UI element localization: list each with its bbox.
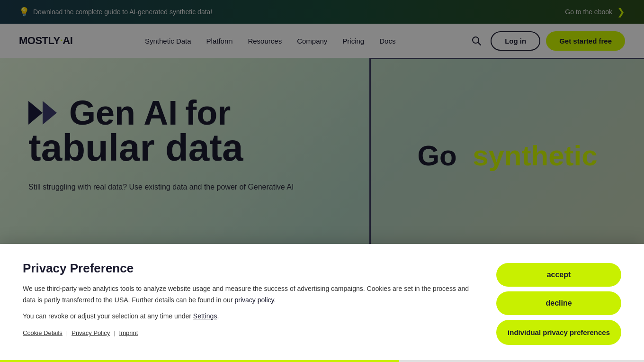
privacy-body-settings: You can revoke or adjust your selection … bbox=[23, 311, 474, 322]
privacy-body2: . bbox=[274, 296, 276, 304]
cookie-details-link[interactable]: Cookie Details bbox=[23, 329, 63, 336]
progress-fill bbox=[0, 360, 399, 362]
settings-link[interactable]: Settings bbox=[193, 312, 217, 320]
sep2: | bbox=[114, 329, 115, 336]
imprint-link[interactable]: Imprint bbox=[119, 329, 138, 336]
sep1: | bbox=[66, 329, 68, 336]
privacy-policy-link[interactable]: privacy policy bbox=[234, 296, 274, 304]
privacy-policy-footer-link[interactable]: Privacy Policy bbox=[72, 329, 110, 336]
accept-button[interactable]: accept bbox=[496, 263, 621, 287]
privacy-body3: You can revoke or adjust your selection … bbox=[23, 312, 191, 320]
decline-button[interactable]: decline bbox=[496, 291, 621, 315]
privacy-body-text: We use third-party web analytics tools t… bbox=[23, 283, 474, 306]
individual-privacy-button[interactable]: individual privacy preferences bbox=[496, 320, 621, 345]
privacy-body4: . bbox=[217, 312, 219, 320]
privacy-links: Cookie Details | Privacy Policy | Imprin… bbox=[23, 329, 474, 336]
privacy-title: Privacy Preference bbox=[23, 261, 474, 276]
privacy-content: Privacy Preference We use third-party we… bbox=[23, 261, 474, 336]
progress-bar bbox=[0, 360, 644, 362]
privacy-actions: accept decline individual privacy prefer… bbox=[496, 261, 621, 345]
privacy-modal: Privacy Preference We use third-party we… bbox=[0, 244, 644, 362]
